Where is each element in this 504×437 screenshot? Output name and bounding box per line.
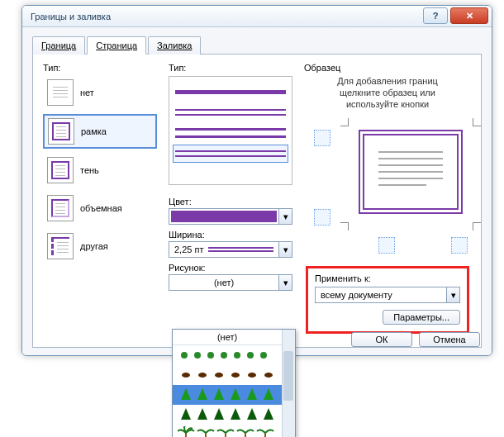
tab-shading[interactable]: Заливка <box>148 36 201 55</box>
apply-to-group: Применить к: всему документу ▾ Параметры… <box>306 266 469 334</box>
apply-to-combo[interactable]: всему документу ▾ <box>315 287 460 303</box>
svg-marker-24 <box>264 408 273 420</box>
width-combo[interactable]: 2,25 пт ▾ <box>169 241 292 258</box>
art-option-trees-green[interactable] <box>173 385 282 405</box>
page-preview[interactable] <box>359 130 463 214</box>
art-option-ants[interactable] <box>173 365 282 385</box>
svg-marker-23 <box>247 408 257 420</box>
art-option-bugs[interactable] <box>173 345 282 365</box>
svg-marker-21 <box>214 408 224 420</box>
art-option-trees-dark[interactable] <box>173 405 282 425</box>
svg-point-7 <box>182 373 190 378</box>
scrollbar[interactable] <box>282 330 295 437</box>
scrollbar-thumb[interactable] <box>283 351 293 401</box>
help-button[interactable]: ? <box>423 7 448 24</box>
tab-panel: Тип: нет рамка тень <box>32 55 482 348</box>
svg-point-9 <box>215 373 223 378</box>
art-combo[interactable]: (нет) ▾ <box>169 274 292 291</box>
bugs-icon <box>178 348 277 363</box>
palms-icon <box>178 426 277 437</box>
svg-point-4 <box>234 352 240 359</box>
svg-marker-14 <box>197 388 207 400</box>
svg-rect-28 <box>245 433 246 437</box>
width-preview-icon <box>208 247 273 252</box>
edge-left-button[interactable] <box>378 237 395 254</box>
preview-area <box>304 115 471 254</box>
chevron-down-icon[interactable]: ▾ <box>446 287 459 302</box>
style-option-selected[interactable] <box>173 145 288 163</box>
svg-marker-13 <box>181 388 191 400</box>
style-listbox[interactable] <box>169 76 292 185</box>
style-label: Тип: <box>169 63 292 73</box>
titlebar[interactable]: Границы и заливка ? ✕ <box>22 6 492 27</box>
crop-mark-icon <box>473 222 481 230</box>
dialog-footer: ОК Отмена <box>351 332 480 347</box>
ok-button[interactable]: ОК <box>351 332 412 347</box>
setting-none-icon <box>47 79 74 106</box>
chevron-down-icon[interactable]: ▾ <box>278 275 292 290</box>
svg-point-12 <box>264 373 273 378</box>
preview-column: Образец Для добавления границ щелкните о… <box>304 63 471 337</box>
svg-rect-29 <box>264 433 266 437</box>
chevron-down-icon[interactable]: ▾ <box>278 209 292 224</box>
setting-item-none[interactable]: нет <box>43 76 157 109</box>
width-value: 2,25 пт <box>174 245 203 254</box>
tab-borders[interactable]: Граница <box>32 36 85 55</box>
chevron-down-icon[interactable]: ▾ <box>278 242 292 257</box>
svg-rect-26 <box>205 433 207 437</box>
borders-shading-dialog: Границы и заливка ? ✕ Граница Страница З… <box>21 5 492 356</box>
setting-item-label: тень <box>80 165 99 175</box>
svg-point-11 <box>248 373 256 378</box>
style-option[interactable] <box>173 103 288 121</box>
setting-item-label: нет <box>80 88 94 97</box>
style-option[interactable] <box>173 124 288 142</box>
setting-item-shadow[interactable]: тень <box>43 154 157 187</box>
svg-point-10 <box>231 373 240 378</box>
svg-marker-17 <box>247 388 257 400</box>
setting-list: нет рамка тень объемная <box>43 76 157 263</box>
preview-hint: Для добавления границ щелкните образец и… <box>307 76 468 110</box>
trees-dark-icon <box>178 406 277 423</box>
setting-3d-icon <box>47 195 74 221</box>
art-label: Рисунок: <box>169 263 292 273</box>
width-label: Ширина: <box>169 230 292 240</box>
cancel-button[interactable]: Отмена <box>419 332 480 347</box>
apply-to-label: Применить к: <box>315 273 460 283</box>
options-button[interactable]: Параметры... <box>383 310 460 325</box>
art-value: (нет) <box>169 278 278 287</box>
svg-rect-27 <box>225 433 226 437</box>
color-combo[interactable]: ▾ <box>169 208 292 225</box>
art-dropdown-list[interactable]: (нет) <box>172 329 296 437</box>
svg-point-3 <box>221 352 227 359</box>
crop-mark-icon <box>473 118 481 126</box>
edge-bottom-button[interactable] <box>314 209 330 226</box>
crop-mark-icon <box>340 222 349 230</box>
svg-point-8 <box>198 373 207 378</box>
setting-item-3d[interactable]: объемная <box>43 192 157 225</box>
svg-rect-25 <box>185 433 187 437</box>
svg-marker-15 <box>214 388 224 400</box>
svg-point-2 <box>207 352 214 359</box>
edge-right-button[interactable] <box>451 237 468 254</box>
svg-point-6 <box>260 352 267 359</box>
close-icon: ✕ <box>466 11 473 21</box>
style-option[interactable] <box>173 83 288 101</box>
tab-page[interactable]: Страница <box>87 36 146 55</box>
edge-top-button[interactable] <box>314 130 330 146</box>
art-option-palms[interactable] <box>173 425 282 437</box>
svg-marker-19 <box>181 408 191 420</box>
art-option-none[interactable]: (нет) <box>173 330 282 345</box>
setting-label: Тип: <box>43 63 157 73</box>
ants-icon <box>178 368 277 382</box>
svg-marker-20 <box>197 408 207 420</box>
preview-label: Образец <box>304 63 471 73</box>
svg-marker-16 <box>231 388 240 400</box>
setting-column: Тип: нет рамка тень <box>43 63 157 337</box>
crop-mark-icon <box>340 118 349 126</box>
setting-box-icon <box>48 118 74 145</box>
setting-item-custom[interactable]: другая <box>43 230 157 263</box>
trees-green-icon <box>178 387 277 403</box>
setting-item-box[interactable]: рамка <box>43 114 157 149</box>
close-button[interactable]: ✕ <box>450 7 488 24</box>
help-icon: ? <box>433 11 439 21</box>
